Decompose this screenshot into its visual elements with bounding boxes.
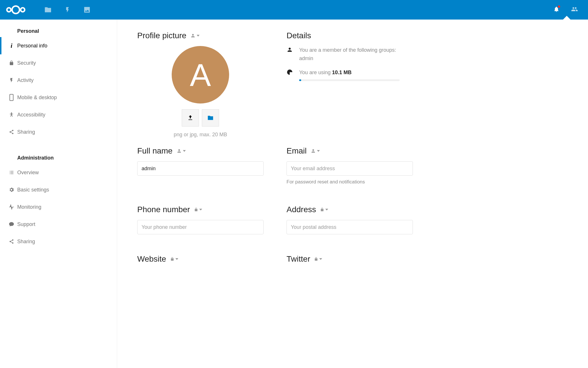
notifications-icon[interactable] bbox=[553, 6, 560, 14]
nextcloud-logo[interactable] bbox=[4, 4, 27, 16]
pulse-icon bbox=[6, 204, 17, 210]
full-name-heading: Full name bbox=[137, 146, 264, 156]
email-scope[interactable] bbox=[311, 148, 320, 154]
sidebar-item-accessibility[interactable]: Accessibility bbox=[0, 106, 117, 123]
quota-row: You are using 10.1 MB bbox=[287, 68, 413, 81]
phone-heading: Phone number bbox=[137, 205, 264, 214]
twitter-heading: Twitter bbox=[287, 254, 413, 264]
sidebar-item-monitoring[interactable]: Monitoring bbox=[0, 198, 117, 216]
chevron-down-icon bbox=[319, 258, 322, 260]
profile-picture-heading: Profile picture bbox=[137, 31, 264, 40]
chevron-down-icon bbox=[197, 35, 200, 37]
chevron-down-icon bbox=[199, 209, 202, 210]
quota-bar bbox=[299, 79, 400, 81]
sidebar-item-security[interactable]: Security bbox=[0, 54, 117, 72]
gear-icon bbox=[6, 187, 17, 193]
chevron-down-icon bbox=[175, 258, 178, 260]
share-icon bbox=[6, 239, 17, 244]
svg-point-0 bbox=[7, 8, 11, 12]
accessibility-icon bbox=[6, 112, 17, 118]
chevron-down-icon bbox=[325, 209, 328, 210]
quota-icon bbox=[287, 69, 293, 77]
sidebar-item-overview[interactable]: Overview bbox=[0, 164, 117, 181]
quota-text: You are using 10.1 MB bbox=[299, 68, 413, 77]
main-content: Profile picture A bbox=[117, 20, 588, 368]
settings-sidebar: Personal i Personal info Security Activi… bbox=[0, 20, 117, 368]
sidebar-item-activity[interactable]: Activity bbox=[0, 72, 117, 89]
info-icon: i bbox=[6, 42, 17, 49]
phone-input[interactable] bbox=[137, 220, 264, 234]
phone-icon bbox=[6, 94, 17, 101]
twitter-scope[interactable] bbox=[314, 257, 322, 261]
email-hint: For password reset and notifications bbox=[287, 179, 413, 185]
activity-app-icon[interactable] bbox=[63, 6, 71, 14]
lock-icon bbox=[6, 60, 17, 66]
top-header bbox=[0, 0, 588, 20]
notification-dot bbox=[558, 5, 560, 8]
sidebar-item-personal-info[interactable]: i Personal info bbox=[0, 37, 117, 54]
sidebar-item-sharing[interactable]: Sharing bbox=[0, 123, 117, 141]
groups-row: You are a member of the following groups… bbox=[287, 46, 413, 63]
chevron-down-icon bbox=[183, 150, 186, 152]
details-heading: Details bbox=[287, 31, 413, 40]
groups-label: You are a member of the following groups… bbox=[299, 46, 396, 54]
website-heading: Website bbox=[137, 254, 264, 264]
user-icon bbox=[287, 47, 293, 54]
choose-avatar-file-button[interactable] bbox=[202, 109, 219, 126]
email-heading: Email bbox=[287, 146, 413, 156]
sidebar-item-basic-settings[interactable]: Basic settings bbox=[0, 181, 117, 198]
address-scope[interactable] bbox=[320, 208, 328, 212]
avatar: A bbox=[172, 46, 229, 103]
svg-rect-3 bbox=[10, 94, 13, 101]
full-name-scope[interactable] bbox=[177, 148, 186, 154]
chevron-down-icon bbox=[317, 150, 320, 152]
comment-icon bbox=[6, 221, 17, 227]
files-app-icon[interactable] bbox=[44, 6, 52, 14]
svg-point-4 bbox=[11, 112, 12, 113]
phone-scope[interactable] bbox=[194, 208, 202, 212]
svg-point-1 bbox=[12, 6, 20, 14]
svg-point-2 bbox=[21, 8, 25, 12]
contacts-icon[interactable] bbox=[571, 6, 578, 14]
sidebar-item-mobile-desktop[interactable]: Mobile & desktop bbox=[0, 89, 117, 106]
sidebar-item-admin-sharing[interactable]: Sharing bbox=[0, 233, 117, 250]
address-input[interactable] bbox=[287, 220, 413, 234]
groups-value: admin bbox=[299, 54, 396, 63]
upload-avatar-button[interactable] bbox=[182, 109, 199, 126]
profile-picture-scope[interactable] bbox=[190, 33, 200, 38]
sidebar-item-support[interactable]: Support bbox=[0, 216, 117, 233]
full-name-input[interactable] bbox=[137, 161, 264, 176]
menu-arrow-indicator bbox=[563, 16, 571, 20]
app-nav bbox=[44, 6, 91, 14]
address-heading: Address bbox=[287, 205, 413, 214]
share-icon bbox=[6, 129, 17, 135]
list-icon bbox=[6, 170, 17, 175]
avatar-hint: png or jpg, max. 20 MB bbox=[174, 132, 227, 138]
sidebar-group-personal: Personal bbox=[0, 25, 117, 37]
sidebar-group-administration: Administration bbox=[0, 152, 117, 164]
email-input[interactable] bbox=[287, 161, 413, 176]
website-scope[interactable] bbox=[170, 257, 178, 261]
bolt-icon bbox=[6, 78, 17, 83]
gallery-app-icon[interactable] bbox=[83, 6, 91, 14]
